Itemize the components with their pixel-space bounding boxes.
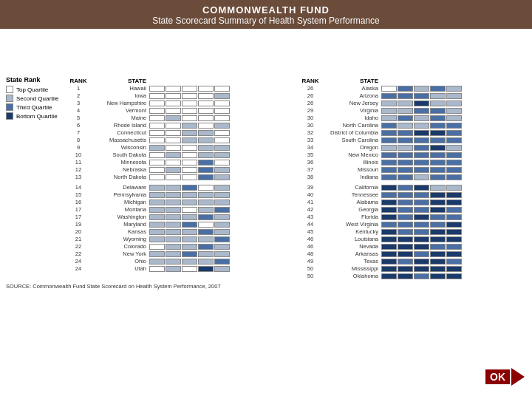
bars-container: [381, 130, 462, 136]
bar-cell: [446, 152, 462, 158]
state-cell: Maine: [89, 115, 149, 121]
table-row: 6Rhode Island: [68, 122, 294, 129]
table-row: 8Massachusetts: [68, 137, 294, 143]
bar-cell: [446, 86, 462, 92]
rank-cell: 45: [300, 228, 321, 235]
state-cell: District of Columbia: [321, 129, 381, 136]
state-cell: Florida: [321, 214, 381, 220]
state-cell: Arizona: [321, 92, 381, 99]
tables-wrapper: AccessQualityAffordable Use & CostsEquit…: [68, 32, 526, 280]
bar-cell: [149, 200, 165, 205]
table-row: 22Colorado: [68, 243, 294, 250]
bar-cell: [149, 152, 165, 158]
legend-label: Top Quartile: [16, 86, 48, 93]
bar-cell: [430, 130, 446, 136]
bar-cell: [149, 259, 165, 265]
table-row: 44West Virginia: [300, 221, 526, 228]
state-cell: Wyoming: [89, 236, 149, 242]
bar-cell: [182, 145, 197, 151]
rank-cell: 26: [300, 92, 321, 99]
bar-cell: [214, 200, 230, 205]
bar-cell: [430, 251, 446, 257]
table-row: 26New Jersey: [300, 100, 526, 106]
bar-cell: [214, 160, 230, 166]
footer: SOURCE: Commonwealth Fund State Scorecar…: [0, 282, 532, 291]
bars-container: [381, 93, 462, 99]
bar-cell: [381, 259, 397, 265]
left-col-labels: RANK STATE: [68, 78, 294, 84]
table-row: 15Pennsylvania: [68, 191, 294, 198]
bar-cell: [166, 229, 181, 235]
right-table: AccessQualityAffordable Use & CostsEquit…: [300, 32, 526, 280]
bar-cell: [414, 130, 429, 136]
bar-cell: [214, 174, 230, 180]
table-row: 50Mississippi: [300, 265, 526, 272]
rank-cell: 24: [68, 265, 89, 272]
rank-cell: 36: [300, 159, 321, 166]
table-row: 30Idaho: [300, 115, 526, 121]
state-cell: Connecticut: [89, 129, 149, 136]
ok-button[interactable]: OK: [485, 369, 510, 384]
bars-container: [149, 259, 230, 265]
bar-cell: [149, 130, 165, 136]
rank-cell: 12: [68, 166, 89, 173]
bar-cell: [149, 160, 165, 166]
ok-button-container[interactable]: OK: [485, 368, 525, 386]
table-row: 5Maine: [68, 115, 294, 121]
bars-container: [381, 273, 462, 279]
table-row: 7Connecticut: [68, 129, 294, 136]
bar-cell: [381, 174, 397, 180]
bar-cell: [381, 200, 397, 205]
table-row: 11Minnesota: [68, 159, 294, 166]
bar-cell: [446, 167, 462, 173]
table-row: 16Michigan: [68, 199, 294, 205]
state-cell: Kentucky: [321, 228, 381, 235]
bar-cell: [398, 86, 413, 92]
bar-cell: [182, 214, 197, 220]
bar-cell: [398, 273, 413, 279]
bars-container: [149, 115, 230, 121]
bar-cell: [414, 207, 429, 213]
state-cell: Montana: [89, 206, 149, 213]
bar-cell: [214, 167, 230, 173]
state-cell: Minnesota: [89, 159, 149, 166]
bar-cell: [430, 152, 446, 158]
bar-cell: [182, 229, 197, 235]
bar-cell: [214, 244, 230, 250]
table-row: 45Kentucky: [300, 228, 526, 235]
bar-cell: [446, 137, 462, 143]
bars-container: [381, 236, 462, 242]
bar-cell: [198, 192, 214, 198]
bar-cell: [446, 100, 462, 106]
bar-cell: [166, 108, 181, 114]
table-row: 46Nevada: [300, 243, 526, 250]
legend-item: Third Quartile: [6, 103, 65, 111]
rank-cell: 30: [300, 122, 321, 129]
bar-cell: [446, 123, 462, 129]
rank-cell: 46: [300, 236, 321, 242]
bar-cell: [430, 200, 446, 205]
table-row: 34Oregon: [300, 144, 526, 151]
left-table: AccessQualityAffordable Use & CostsEquit…: [68, 32, 294, 280]
bar-cell: [198, 130, 214, 136]
state-cell: Ohio: [89, 258, 149, 265]
bar-cell: [198, 214, 214, 220]
bar-cell: [414, 273, 429, 279]
bar-cell: [182, 86, 197, 92]
bar-cell: [381, 115, 397, 121]
bar-cell: [214, 251, 230, 257]
bar-cell: [430, 229, 446, 235]
bar-cell: [198, 185, 214, 191]
bar-cell: [149, 145, 165, 151]
bar-cell: [214, 145, 230, 151]
bars-container: [149, 86, 230, 92]
bar-cell: [182, 152, 197, 158]
bar-cell: [182, 100, 197, 106]
table-row: 2Iowa: [68, 92, 294, 99]
rank-cell: 40: [300, 191, 321, 198]
bar-cell: [381, 251, 397, 257]
bar-cell: [182, 200, 197, 205]
bars-container: [381, 137, 462, 143]
bar-cell: [198, 115, 214, 121]
bar-cell: [398, 152, 413, 158]
